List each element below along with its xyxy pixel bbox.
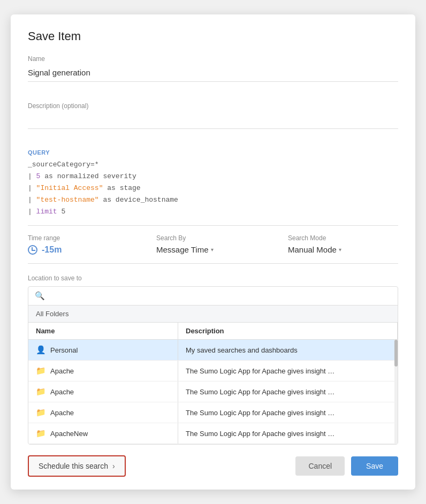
location-section: Location to save to 🔍 All Folders Name D… [28,274,398,445]
time-search-row: Time range -15m Search By Message Time ▾… [28,234,398,264]
row-desc-cell: The Sumo Logic App for Apache gives insi… [178,362,398,380]
row-name-text: Apache [50,367,74,375]
clock-icon [28,245,37,255]
location-label: Location to save to [28,274,398,282]
query-line-1: _sourceCategory=* [28,161,99,169]
folders-list[interactable]: 👤 Personal My saved searches and dashboa… [28,340,398,444]
row-name-text: ApacheNew [50,430,88,438]
query-pipe-2: | [28,184,36,192]
location-search-row: 🔍 [28,287,398,305]
query-kw-2: "Initial Access" [36,184,103,192]
query-label: QUERY [28,149,398,156]
folder-icon: 📁 [36,366,46,376]
row-name-cell: 📁 ApacheNew [28,423,178,444]
row-desc-cell: The Sumo Logic App for Apache gives insi… [178,424,398,443]
search-by-chevron-icon: ▾ [211,247,214,253]
right-buttons: Cancel Save [295,456,398,476]
table-row[interactable]: 📁 ApacheNew The Sumo Logic App for Apach… [28,423,398,444]
save-button[interactable]: Save [351,456,398,476]
person-icon: 👤 [36,345,46,355]
row-desc-cell: The Sumo Logic App for Apache gives insi… [178,383,398,401]
query-code: _sourceCategory=* | 5 as normalized seve… [28,159,398,218]
row-name-text: Apache [50,409,74,417]
row-name-text: Personal [50,346,78,354]
query-rest-1: as normalized severity [40,172,136,180]
description-input[interactable] [28,113,398,129]
query-rest-4: 5 [57,208,66,216]
query-pipe-3: | [28,196,36,204]
query-kw-3: "test-hostname" [36,196,99,204]
row-name-cell: 📁 Apache [28,402,178,423]
all-folders-label: All Folders [36,310,69,318]
time-range-label: Time range [28,234,135,242]
search-mode-chevron-icon: ▾ [339,247,341,253]
schedule-button[interactable]: Schedule this search › [28,455,126,477]
search-mode-block: Search Mode Manual Mode ▾ [288,234,398,254]
table-row[interactable]: 📁 Apache The Sumo Logic App for Apache g… [28,402,398,423]
name-input[interactable] [28,66,398,82]
search-by-block: Search By Message Time ▾ [156,234,267,254]
location-search-input[interactable] [49,292,391,300]
dialog-title: Save Item [28,29,398,43]
description-section: Description (optional) [28,102,398,140]
all-folders-header: All Folders [28,305,398,322]
folder-icon: 📁 [36,408,46,417]
table-row[interactable]: 👤 Personal My saved searches and dashboa… [28,340,398,361]
search-mode-value: Manual Mode [288,245,337,254]
description-label: Description (optional) [28,102,398,110]
name-section: Name [28,55,398,93]
col-desc-header: Description [178,323,398,339]
search-mode-label: Search Mode [288,234,398,242]
row-name-cell: 📁 Apache [28,361,178,381]
folder-icon: 📁 [36,429,46,438]
search-icon: 🔍 [35,291,45,301]
query-kw-4: limit [36,208,57,216]
schedule-button-label: Schedule this search [39,462,108,470]
row-desc-cell: The Sumo Logic App for Apache gives insi… [178,403,398,422]
search-by-value: Message Time [156,245,209,254]
scrollbar-thumb[interactable] [394,340,398,366]
row-desc-cell: My saved searches and dashboards [178,341,398,360]
save-item-dialog: Save Item Name Description (optional) QU… [11,14,415,490]
time-range-block: Time range -15m [28,234,135,255]
scrollbar-track [394,340,398,444]
query-rest-2: as stage [103,184,140,192]
row-name-cell: 👤 Personal [28,340,178,360]
table-row[interactable]: 📁 Apache The Sumo Logic App for Apache g… [28,361,398,381]
query-pipe-1: | [28,172,36,180]
folders-table-header: Name Description [28,322,398,340]
search-mode-dropdown[interactable]: Manual Mode ▾ [288,245,398,254]
chevron-right-icon: › [112,462,115,470]
bottom-actions: Schedule this search › Cancel Save [28,455,398,477]
query-pipe-4: | [28,208,36,216]
folder-icon: 📁 [36,387,46,396]
query-section: QUERY _sourceCategory=* | 5 as normalize… [28,149,398,226]
time-range-value[interactable]: -15m [28,245,135,255]
table-row[interactable]: 📁 Apache The Sumo Logic App for Apache g… [28,381,398,402]
col-name-header: Name [28,323,178,339]
row-name-cell: 📁 Apache [28,381,178,402]
name-label: Name [28,55,398,63]
time-range-text: -15m [42,245,62,255]
cancel-button[interactable]: Cancel [295,456,345,476]
search-by-dropdown[interactable]: Message Time ▾ [156,245,267,254]
row-name-text: Apache [50,388,74,396]
location-wrapper: 🔍 All Folders Name Description 👤 Persona… [28,286,398,445]
search-by-label: Search By [156,234,267,242]
query-rest-3: as device_hostname [99,196,178,204]
